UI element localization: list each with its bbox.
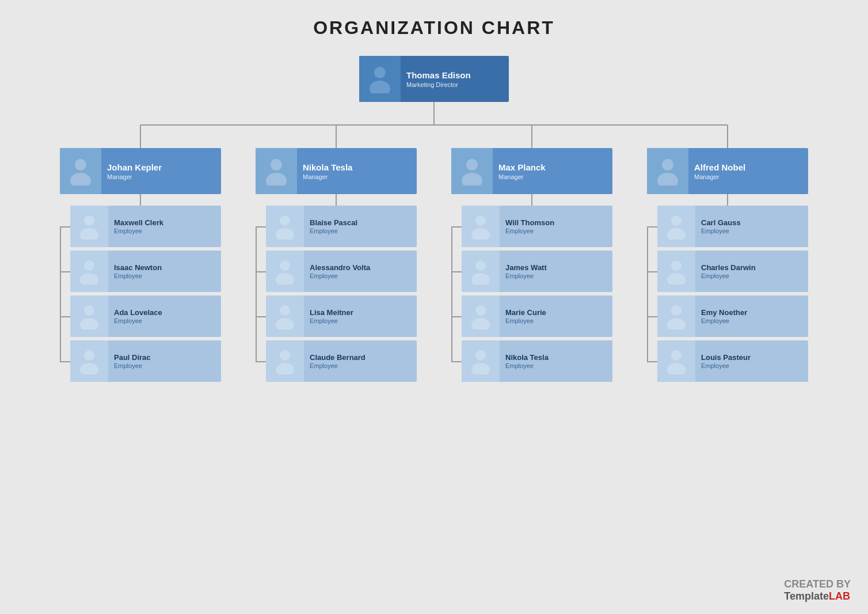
- manager-avatar-0: [60, 148, 101, 194]
- employee-row: Claude Bernard Employee: [256, 340, 417, 382]
- svg-point-44: [671, 305, 682, 316]
- svg-point-29: [462, 173, 482, 185]
- svg-point-20: [280, 215, 290, 226]
- employee-name: Isaac Newton: [114, 263, 162, 273]
- svg-point-39: [657, 173, 678, 185]
- svg-point-34: [475, 305, 486, 316]
- person-icon-female: [469, 303, 493, 329]
- svg-point-18: [271, 159, 282, 170]
- person-icon: [273, 258, 297, 285]
- manager-role-2: Manager: [498, 173, 546, 180]
- person-icon: [469, 348, 493, 374]
- employee-name: Maxwell Clerk: [114, 218, 163, 228]
- svg-point-45: [667, 318, 686, 329]
- svg-point-0: [374, 67, 386, 78]
- manager-card-3: Alfred Nobel Manager: [647, 148, 808, 194]
- column-2: Max Planck Manager Will Thomson: [440, 148, 624, 382]
- svg-point-21: [276, 228, 294, 240]
- employee-role: Employee: [114, 362, 151, 369]
- svg-point-31: [471, 228, 490, 240]
- svg-point-35: [471, 318, 490, 329]
- person-icon: [664, 258, 688, 285]
- manager-card-1: Nikola Tesla Manager: [256, 148, 417, 194]
- svg-point-15: [80, 318, 98, 329]
- manager-role-3: Manager: [694, 173, 745, 180]
- svg-point-9: [70, 173, 91, 185]
- svg-point-16: [84, 350, 94, 361]
- employee-card: Charles Darwin Employee: [657, 251, 808, 292]
- director-text: Thomas Edison Marketing Director: [401, 70, 477, 88]
- template-label: TemplateLAB: [784, 590, 850, 602]
- svg-point-28: [466, 159, 478, 170]
- employee-row: Ada Lovelace Employee: [60, 295, 221, 337]
- employee-role: Employee: [114, 317, 162, 324]
- manager-card-2: Max Planck Manager: [451, 148, 612, 194]
- person-icon: [469, 213, 493, 240]
- managers-row: Johan Kepler Manager: [43, 148, 825, 382]
- person-icon: [459, 157, 485, 185]
- svg-point-10: [84, 215, 94, 226]
- employee-row: Marie Curie Employee: [451, 295, 612, 337]
- manager-text-0: Johan Kepler Manager: [101, 162, 167, 180]
- employee-row: Charles Darwin Employee: [647, 251, 808, 292]
- employee-row: Alessandro Volta Employee: [256, 251, 417, 292]
- employee-card: Isaac Newton Employee: [70, 251, 221, 292]
- employee-card: Marie Curie Employee: [462, 295, 612, 337]
- manager-name-2: Max Planck: [498, 162, 546, 173]
- svg-point-32: [475, 260, 486, 271]
- employee-row: Emy Noether Employee: [647, 295, 808, 337]
- svg-point-26: [280, 350, 290, 361]
- employee-row: Carl Gauss Employee: [647, 206, 808, 247]
- director-avatar: [359, 56, 401, 102]
- svg-point-47: [667, 363, 686, 374]
- column-0: Johan Kepler Manager: [48, 148, 233, 382]
- svg-point-36: [475, 350, 486, 361]
- person-icon-female: [273, 303, 297, 329]
- vline-0: [140, 194, 141, 206]
- svg-point-11: [80, 228, 98, 240]
- manager-role-0: Manager: [107, 173, 162, 180]
- svg-point-1: [370, 81, 390, 93]
- manager-name-0: Johan Kepler: [107, 162, 162, 173]
- employee-list-0: Maxwell Clerk Employee: [60, 206, 221, 382]
- person-icon: [77, 258, 101, 285]
- person-icon: [77, 213, 101, 240]
- person-icon: [77, 348, 101, 374]
- employee-row: Lisa Meitner Employee: [256, 295, 417, 337]
- employee-card: Nikola Tesla Employee: [462, 340, 612, 382]
- employees-container-0: Maxwell Clerk Employee: [60, 206, 221, 382]
- svg-point-13: [80, 273, 98, 285]
- manager-name-3: Alfred Nobel: [694, 162, 745, 173]
- employee-card: Claude Bernard Employee: [266, 340, 417, 382]
- employee-card: Ada Lovelace Employee: [70, 295, 221, 337]
- person-icon: [469, 258, 493, 285]
- svg-point-43: [667, 273, 686, 285]
- person-icon: [367, 65, 393, 93]
- page-title: ORGANIZATION CHART: [23, 17, 845, 39]
- person-icon-female: [77, 303, 101, 329]
- svg-point-24: [280, 305, 290, 316]
- employee-role: Employee: [114, 228, 163, 234]
- director-role: Marketing Director: [406, 81, 471, 88]
- person-icon: [273, 213, 297, 240]
- watermark: CREATED BY TemplateLAB: [784, 578, 851, 602]
- employee-row: Louis Pasteur Employee: [647, 340, 808, 382]
- employee-card: Maxwell Clerk Employee: [70, 206, 221, 247]
- created-by-label: CREATED BY: [784, 578, 851, 590]
- person-icon: [273, 348, 297, 374]
- employee-row: James Watt Employee: [451, 251, 612, 292]
- employee-row: Will Thomson Employee: [451, 206, 612, 247]
- svg-point-17: [80, 363, 98, 374]
- svg-point-14: [84, 305, 94, 316]
- employee-card: Paul Dirac Employee: [70, 340, 221, 382]
- employee-card: Emy Noether Employee: [657, 295, 808, 337]
- svg-point-30: [475, 215, 486, 226]
- employee-row: Maxwell Clerk Employee: [60, 206, 221, 247]
- person-icon: [67, 157, 94, 185]
- employee-row: Isaac Newton Employee: [60, 251, 221, 292]
- employee-card: Lisa Meitner Employee: [266, 295, 417, 337]
- employee-card: Louis Pasteur Employee: [657, 340, 808, 382]
- employee-name: Paul Dirac: [114, 353, 151, 363]
- org-chart: Thomas Edison Marketing Director: [23, 56, 845, 367]
- employee-card: Blaise Pascal Employee: [266, 206, 417, 247]
